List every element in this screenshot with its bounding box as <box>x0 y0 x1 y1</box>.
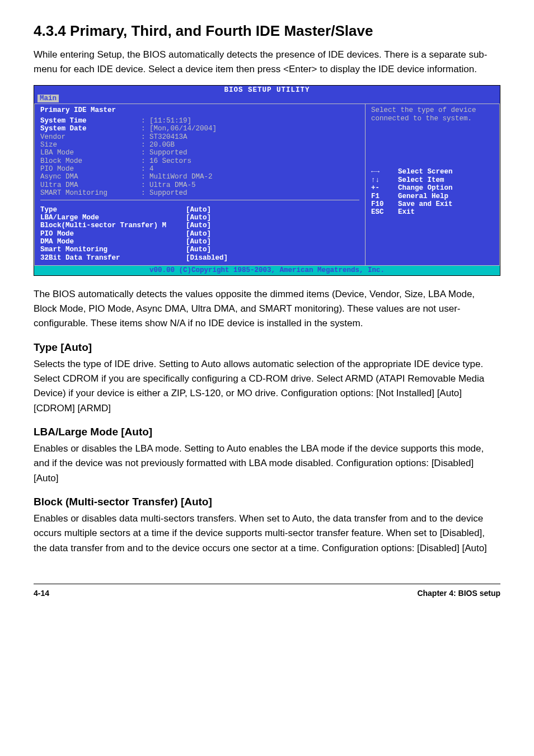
bios-titlebar: BIOS SETUP UTILITY <box>34 86 500 95</box>
bios-left-panel: Primary IDE Master System Time: [11:51:1… <box>34 104 366 266</box>
bios-settings-table: Type[Auto]LBA/Large Mode[Auto]Block(Mult… <box>40 206 228 262</box>
legend-row: +-Change Option <box>371 184 494 192</box>
bios-info-row: Block Mode: 16 Sectors <box>40 157 217 165</box>
bios-key-legend: ←→Select Screen↑↓Select Item+-Change Opt… <box>366 166 499 219</box>
legend-row: ←→Select Screen <box>371 168 494 176</box>
legend-label: Select Item <box>398 176 444 184</box>
block-heading: Block (Multi-sector Transfer) [Auto] <box>34 496 500 508</box>
bios-panel-title: Primary IDE Master <box>40 106 359 114</box>
legend-row: F1General Help <box>371 192 494 200</box>
bios-setting-row[interactable]: DMA Mode[Auto] <box>40 238 228 246</box>
bios-setting-row[interactable]: Smart Monitoring[Auto] <box>40 246 228 253</box>
bios-info-label: LBA Mode <box>40 149 141 157</box>
bios-setting-row[interactable]: 32Bit Data Transfer[Disabled] <box>40 254 228 262</box>
bios-setting-value[interactable]: [Disabled] <box>186 254 228 262</box>
legend-key: F1 <box>371 192 398 200</box>
legend-label: General Help <box>398 192 448 200</box>
bios-setting-row[interactable]: Block(Multi-sector Transfer) M[Auto] <box>40 222 228 229</box>
type-heading: Type [Auto] <box>34 341 500 354</box>
bios-setting-label: 32Bit Data Transfer <box>40 254 186 262</box>
bios-copyright: v00.00 (C)Copyright 1985-2003, American … <box>34 266 500 275</box>
bios-info-row: SMART Monitoring: Supported <box>40 189 217 197</box>
bios-info-label: System Date <box>40 125 141 133</box>
legend-key: ESC <box>371 208 398 216</box>
bios-setting-row[interactable]: PIO Mode[Auto] <box>40 230 228 238</box>
bios-info-value: : Supported <box>141 149 217 157</box>
bios-info-row: LBA Mode: Supported <box>40 149 217 157</box>
lba-paragraph: Enables or disables the LBA mode. Settin… <box>34 442 500 486</box>
bios-info-label: PIO Mode <box>40 165 141 173</box>
bios-info-row: Async DMA: MultiWord DMA-2 <box>40 173 217 181</box>
legend-label: Change Option <box>398 184 453 192</box>
block-paragraph: Enables or disables data multi-sectors t… <box>34 511 500 556</box>
bios-setting-label: LBA/Large Mode <box>40 214 186 222</box>
legend-key: F10 <box>371 200 398 208</box>
bios-setting-row[interactable]: Type[Auto] <box>40 206 228 214</box>
section-title: 4.3.4 Primary, Third, and Fourth IDE Mas… <box>34 22 500 40</box>
bios-screenshot: BIOS SETUP UTILITY Main Primary IDE Mast… <box>34 85 500 276</box>
bios-info-label: Async DMA <box>40 173 141 181</box>
bios-right-panel: Select the type of device connected to t… <box>366 104 500 266</box>
bios-info-row: System Time: [11:51:19] <box>40 117 217 125</box>
bios-setting-value[interactable]: [Auto] <box>186 206 228 214</box>
type-paragraph: Selects the type of IDE drive. Setting t… <box>34 357 500 416</box>
legend-key: ←→ <box>371 168 398 176</box>
bios-info-value: : 20.0GB <box>141 141 217 149</box>
bios-setting-row[interactable]: LBA/Large Mode[Auto] <box>40 214 228 222</box>
bios-setting-value[interactable]: [Auto] <box>186 246 228 253</box>
bios-info-value: : MultiWord DMA-2 <box>141 173 217 181</box>
bios-setting-label: Type <box>40 206 186 214</box>
bios-help-text: Select the type of device connected to t… <box>366 104 499 166</box>
bios-setting-value[interactable]: [Auto] <box>186 214 228 222</box>
legend-label: Select Screen <box>398 168 453 176</box>
bios-info-row: Size: 20.0GB <box>40 141 217 149</box>
footer-page-number: 4-14 <box>34 589 49 598</box>
mid-paragraph: The BIOS automatically detects the value… <box>34 287 500 331</box>
bios-body: Primary IDE Master System Time: [11:51:1… <box>34 104 500 266</box>
bios-info-value: : 4 <box>141 165 217 173</box>
bios-info-label: Block Mode <box>40 157 141 165</box>
bios-setting-label: DMA Mode <box>40 238 186 246</box>
bios-info-value: : 16 Sectors <box>141 157 217 165</box>
bios-setting-value[interactable]: [Auto] <box>186 238 228 246</box>
bios-tabs: Main <box>34 95 500 104</box>
bios-info-label: Vendor <box>40 133 141 141</box>
bios-info-label: SMART Monitoring <box>40 189 141 197</box>
bios-setting-label: PIO Mode <box>40 230 186 238</box>
divider <box>40 200 359 200</box>
page-footer: 4-14 Chapter 4: BIOS setup <box>34 584 500 598</box>
bios-info-label: System Time <box>40 117 141 125</box>
bios-info-row: PIO Mode: 4 <box>40 165 217 173</box>
legend-key: ↑↓ <box>371 176 398 184</box>
bios-info-label: Ultra DMA <box>40 181 141 189</box>
footer-chapter: Chapter 4: BIOS setup <box>417 589 500 598</box>
bios-info-value: : Supported <box>141 189 217 197</box>
bios-setting-value[interactable]: [Auto] <box>186 222 228 229</box>
bios-info-value: : [Mon,06/14/2004] <box>141 125 217 133</box>
lba-heading: LBA/Large Mode [Auto] <box>34 426 500 438</box>
bios-info-label: Size <box>40 141 141 149</box>
bios-info-value: : [11:51:19] <box>141 117 217 125</box>
intro-paragraph: While entering Setup, the BIOS automatic… <box>34 48 500 77</box>
bios-setting-label: Block(Multi-sector Transfer) M <box>40 222 186 229</box>
bios-info-row: Ultra DMA: Ultra DMA-5 <box>40 181 217 189</box>
legend-row: F10Save and Exit <box>371 200 494 208</box>
bios-info-row: Vendor: ST320413A <box>40 133 217 141</box>
tab-main[interactable]: Main <box>38 95 59 102</box>
legend-row: ESCExit <box>371 208 494 216</box>
legend-label: Exit <box>398 208 415 216</box>
bios-info-row: System Date: [Mon,06/14/2004] <box>40 125 217 133</box>
bios-setting-value[interactable]: [Auto] <box>186 230 228 238</box>
legend-label: Save and Exit <box>398 200 453 208</box>
legend-row: ↑↓Select Item <box>371 176 494 184</box>
bios-info-value: : ST320413A <box>141 133 217 141</box>
bios-setting-label: Smart Monitoring <box>40 246 186 253</box>
bios-info-table: System Time: [11:51:19]System Date: [Mon… <box>40 117 217 198</box>
bios-info-value: : Ultra DMA-5 <box>141 181 217 189</box>
legend-key: +- <box>371 184 398 192</box>
